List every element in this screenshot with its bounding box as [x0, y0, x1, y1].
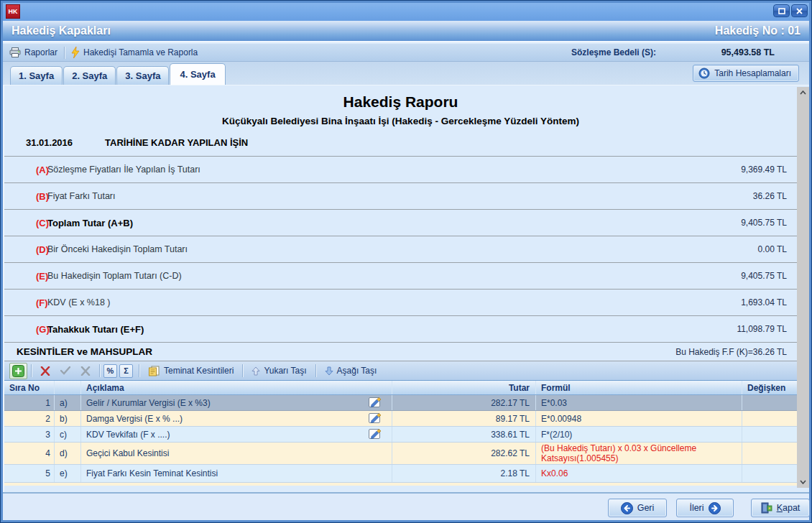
content-panel: Hakediş Raporu Küçükyalı Belediyesi Bina…	[3, 85, 809, 492]
tab-sayfa-1[interactable]: 1. Sayfa	[10, 66, 63, 85]
table-row[interactable]: 4 d) Geçici Kabul Kesintisi 282.62 TL (B…	[4, 443, 797, 465]
deductions-toolbar: % Σ Teminat Kesintileri Yukarı	[4, 361, 797, 381]
teminat-kesintileri-label: Teminat Kesintileri	[164, 366, 234, 376]
table-row[interactable]: 5 e) Fiyat Farkı Kesin Teminat Kesintisi…	[4, 465, 797, 483]
cell-desc: Gelir / Kurumlar Vergisi (E x %3)	[86, 398, 211, 408]
vertical-scrollbar[interactable]	[797, 87, 809, 488]
col-tutar[interactable]: Tutar	[392, 381, 536, 394]
row-label: KDV (E x %18 )	[47, 297, 660, 307]
move-down-button[interactable]: Aşağı Taşı	[320, 363, 382, 379]
tamamla-label: Hakedişi Tamamla ve Raporla	[83, 47, 198, 57]
clock-icon	[698, 68, 710, 79]
deductions-note: Bu Hakediş F.F (K)=36.26 TL	[675, 347, 787, 357]
cell-formula: F*(2/10)	[536, 427, 742, 442]
titlebar: HK	[3, 3, 809, 21]
move-up-button[interactable]: Yukarı Taşı	[246, 363, 311, 379]
amount-row-f: (F) KDV (E x %18 ) 1,693.04 TL	[4, 290, 797, 316]
row-label: Fiyat Farkı Tutarı	[47, 191, 660, 201]
geri-label: Geri	[637, 503, 655, 513]
delete-icon	[40, 366, 50, 376]
table-row-partial	[4, 483, 797, 486]
tab-sayfa-2[interactable]: 2. Sayfa	[63, 66, 116, 85]
ileri-label: İleri	[689, 503, 703, 513]
hakedis-no: Hakediş No : 01	[715, 24, 801, 37]
col-degisken[interactable]: Değişken	[742, 381, 797, 394]
cell-desc: Damga Vergisi (E x % ...)	[86, 414, 183, 424]
edit-icon[interactable]	[369, 397, 382, 409]
scroll-up-button[interactable]	[797, 87, 809, 98]
col-sira-no[interactable]: Sıra No	[4, 381, 55, 394]
deductions-heading-row: KESİNTİLER ve MAHSUPLAR Bu Hakediş F.F (…	[4, 343, 797, 361]
deductions-table: Sıra No Açıklama Tutar Formül Değişken 1…	[4, 381, 797, 486]
accept-button[interactable]	[55, 363, 75, 379]
scroll-down-button[interactable]	[797, 476, 809, 488]
row-value: 11,098.79 TL	[660, 324, 797, 334]
maximize-button[interactable]	[773, 4, 790, 17]
row-letter: (G)	[4, 324, 47, 335]
cell-degisken	[742, 427, 797, 442]
forward-arrow-icon	[709, 502, 721, 514]
tarih-hesaplamalari-button[interactable]: Tarih Hesaplamaları	[693, 65, 799, 82]
table-header: Sıra No Açıklama Tutar Formül Değişken	[4, 381, 797, 395]
cancel-button[interactable]	[75, 363, 96, 379]
sozlesme-bedeli-label: Sözleşme Bedeli (S):	[571, 47, 656, 57]
close-button[interactable]	[791, 4, 808, 17]
printer-icon	[9, 47, 21, 57]
table-row[interactable]: 1 a) Gelir / Kurumlar Vergisi (E x %3) 2…	[4, 395, 797, 411]
cell-formula: Kx0.06	[536, 465, 742, 482]
cell-degisken	[742, 411, 797, 426]
sozlesme-bedeli-value: 95,493.58 TL	[656, 47, 775, 57]
cell-no: 1	[4, 395, 55, 410]
col-tag[interactable]	[55, 381, 81, 394]
row-letter: (D)	[4, 244, 47, 255]
tamamla-button[interactable]: Hakedişi Tamamla ve Raporla	[65, 44, 204, 61]
cell-desc: KDV Tevkifatı (F x ....)	[86, 430, 170, 440]
cell-amount: 282.17 TL	[392, 395, 536, 410]
percent-button[interactable]: %	[103, 364, 117, 378]
edit-icon[interactable]	[369, 412, 382, 425]
app-icon: HK	[6, 4, 20, 19]
cell-amount: 2.18 TL	[392, 465, 536, 482]
teminat-pages-icon	[148, 366, 160, 376]
row-label: Tahakkuk Tutarı (E+F)	[47, 324, 660, 335]
amount-row-g: (G) Tahakkuk Tutarı (E+F) 11,098.79 TL	[4, 316, 797, 343]
cell-degisken	[742, 465, 797, 482]
col-formul[interactable]: Formül	[536, 381, 742, 394]
deductions-heading: KESİNTİLER ve MAHSUPLAR	[17, 346, 152, 357]
table-row[interactable]: 2 b) Damga Vergisi (E x % ...) 89.17 TL …	[4, 411, 797, 427]
add-row-button[interactable]	[9, 363, 27, 379]
report-date-caption: TARİHİNE KADAR YAPILAN İŞİN	[105, 137, 248, 148]
row-label: Bu Hakedişin Toplam Tutarı (C-D)	[47, 271, 660, 281]
sigma-button[interactable]: Σ	[119, 364, 133, 378]
raporlar-button[interactable]: Raporlar	[3, 44, 64, 61]
cell-formula: (Bu Hakediş Tutarı) x 0.03 x Güncelleme …	[536, 443, 742, 464]
row-value: 1,693.04 TL	[660, 297, 797, 307]
cell-tag: c)	[55, 427, 81, 442]
tab-sayfa-3[interactable]: 3. Sayfa	[116, 66, 169, 85]
add-icon	[12, 365, 24, 377]
close-icon	[796, 8, 803, 14]
amount-row-e: (E) Bu Hakedişin Toplam Tutarı (C-D) 9,4…	[4, 263, 797, 290]
tab-sayfa-4[interactable]: 4. Sayfa	[170, 63, 225, 85]
check-icon	[60, 366, 70, 375]
row-letter: (A)	[4, 165, 47, 175]
edit-icon[interactable]	[369, 428, 382, 441]
delete-row-button[interactable]	[35, 363, 55, 379]
geri-button[interactable]: Geri	[608, 499, 667, 517]
cell-no: 3	[4, 427, 55, 442]
cell-tag: d)	[55, 443, 81, 464]
report-title: Hakediş Raporu	[4, 93, 797, 111]
report-dateline: 31.01.2016 TARİHİNE KADAR YAPILAN İŞİN	[4, 137, 797, 148]
footer-bar: Geri İleri Kapat	[3, 492, 809, 520]
page-title: Hakediş Kapakları	[11, 24, 111, 37]
cell-formula: E*0.03	[536, 395, 742, 410]
kapat-button[interactable]: Kapat	[751, 499, 810, 517]
ileri-button[interactable]: İleri	[676, 499, 734, 517]
col-aciklama[interactable]: Açıklama	[81, 381, 392, 394]
teminat-kesintileri-button[interactable]: Teminat Kesintileri	[143, 363, 239, 379]
back-arrow-icon	[621, 502, 633, 514]
table-row[interactable]: 3 c) KDV Tevkifatı (F x ....) 338.61 TL …	[4, 427, 797, 443]
cell-amount: 89.17 TL	[392, 411, 536, 426]
app-header: Hakediş Kapakları Hakediş No : 01	[3, 21, 809, 42]
toolbar-separator	[242, 364, 243, 377]
